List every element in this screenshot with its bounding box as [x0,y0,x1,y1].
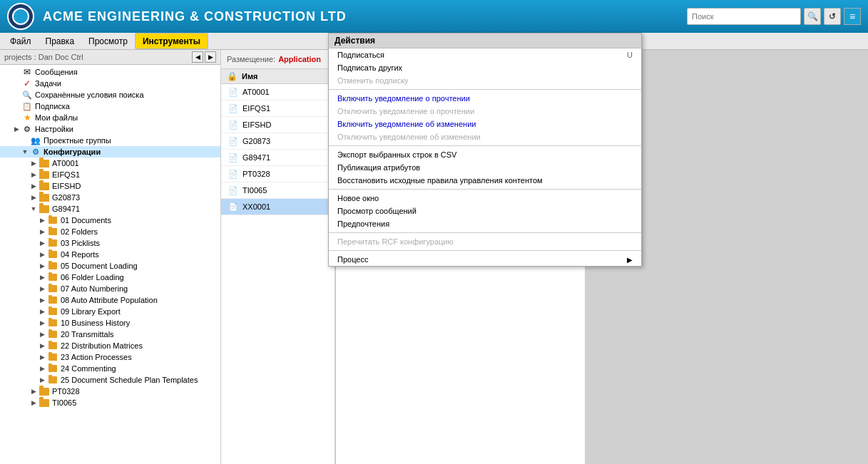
tree-item-08-attr-population[interactable]: ▶ 08 Auto Attribute Population [0,294,220,306]
subscribe-shortcut: U [627,51,633,59]
tree-item-09-library-export[interactable]: ▶ 09 Library Export [0,306,220,317]
search-area: 🔍 ↺ ≡ [687,8,861,25]
dropdown-item-process[interactable]: Процесс ▶ [329,253,641,266]
tree-item-04-reports[interactable]: ▶ 04 Reports [0,249,220,260]
doc-icon: 📄 [227,152,240,163]
tree-arrow: ▶ [29,399,39,406]
file-row-g20873[interactable]: 📄 G20873 [221,133,335,150]
tree-item-10-business-history[interactable]: ▶ 10 Business History [0,317,220,329]
saved-search-icon: 🔍 [21,90,33,100]
left-panel: projects : Dan Doc Ctrl ◀ ▶ ✉ Сообщения … [0,50,221,464]
file-row-eifshd[interactable]: 📄 EIFSHD [221,117,335,133]
tree-label: 01 Documents [61,216,111,225]
tree-item-g20873[interactable]: ▶ G20873 [0,192,220,203]
tree-item-pt0328[interactable]: ▶ PT0328 [0,386,220,397]
tree-item-messages[interactable]: ✉ Сообщения [0,66,220,78]
tree-item-myfiles[interactable]: ★ Мои файлы [0,112,220,123]
reload-rcf-label: Перечитать RCF конфигурацию [337,237,454,246]
tree-arrow: ▶ [37,354,47,361]
file-list: 📄 AT0001 📄 EIFQS1 📄 EIFSHD 📄 G20873 📄 G8… [221,84,335,464]
file-name: TI0065 [242,186,267,195]
tree-item-01-documents[interactable]: ▶ 01 Documents [0,215,220,226]
tree-arrow: ▶ [37,251,47,258]
menu-button[interactable]: ≡ [844,8,861,25]
subfolder-icon [47,329,58,339]
tree-arrow: ▶ [37,217,47,224]
collapse-btn[interactable]: ◀ [192,51,203,63]
tree-item-03-picklists[interactable]: ▶ 03 Picklists [0,237,220,249]
app-title: ACME ENGINEERING & CONSTRUCTION LTD [43,9,678,24]
tree-item-saved-search[interactable]: 🔍 Сохранённые условия поиска [0,89,220,100]
tree-item-eifqs1[interactable]: ▶ EIFQS1 [0,169,220,180]
refresh-button[interactable]: ↺ [824,8,841,25]
tree-item-g89471[interactable]: ▼ G89471 [0,203,220,215]
tree-item-23-action-processes[interactable]: ▶ 23 Action Processes [0,351,220,363]
tree-item-05-doc-loading[interactable]: ▶ 05 Document Loading [0,260,220,272]
expand-btn[interactable]: ▶ [205,51,216,63]
tree-arrow: ▶ [37,228,47,235]
tree-item-02-folders[interactable]: ▶ 02 Folders [0,226,220,237]
tree-label: G89471 [52,205,80,213]
file-row-g89471[interactable]: 📄 G89471 [221,150,335,166]
dropdown-item-subscribe-others[interactable]: Подписать других [329,61,641,74]
file-row-at0001[interactable]: 📄 AT0001 [221,84,335,100]
file-row-pt0328[interactable]: 📄 PT0328 [221,166,335,182]
tree-arrow: ▶ [29,160,39,167]
new-window-label: Новое окно [337,194,379,202]
menu-edit[interactable]: Правка [39,33,82,49]
dropdown-item-view-messages[interactable]: Просмотр сообщений [329,205,641,217]
tree-item-25-doc-schedule[interactable]: ▶ 25 Document Schedule Plan Templates [0,374,220,386]
tree-item-24-commenting[interactable]: ▶ 24 Commenting [0,363,220,374]
tree-item-eifshd[interactable]: ▶ EIFSHD [0,180,220,192]
tree-item-07-autonumbering[interactable]: ▶ 07 Auto Numbering [0,283,220,294]
tree-item-at0001[interactable]: ▶ AT0001 [0,158,220,169]
dropdown-item-restore-content-rules[interactable]: Восстановить исходные правила управления… [329,174,641,187]
dropdown-item-preferences[interactable]: Предпочтения [329,217,641,230]
tree-arrow: ▶ [37,365,47,372]
dropdown-item-enable-change-notify[interactable]: Включить уведомление об изменении [329,118,641,130]
lock-icon: 🔒 [227,71,238,81]
tree-item-settings[interactable]: ▶ ⚙ Настройки [0,123,220,135]
tree-item-configurations[interactable]: ▼ ⚙ Конфигурации [0,146,220,158]
tree-item-22-dist-matrices[interactable]: ▶ 22 Distribution Matrices [0,340,220,351]
tree-item-project-groups[interactable]: 👥 Проектные группы [0,135,220,146]
subfolder-icon [47,375,58,385]
restore-content-rules-label: Восстановить исходные правила управления… [337,176,543,185]
subfolder-icon [47,249,58,259]
file-row-ti0065[interactable]: 📄 TI0065 [221,182,335,199]
menu-file[interactable]: Файл [3,33,39,49]
tree-item-subscription[interactable]: 📋 Подписка [0,100,220,112]
tree-item-tasks[interactable]: ✓ Задачи [0,78,220,89]
subfolder-icon [47,352,58,362]
app-logo [7,3,34,30]
search-button[interactable]: 🔍 [804,8,821,25]
dropdown-item-enable-read-notify[interactable]: Включить уведомление о прочтении [329,92,641,105]
search-input[interactable] [687,8,801,25]
dropdown-item-export-csv[interactable]: Экспорт выбранных строк в CSV [329,148,641,161]
tree-label: 09 Library Export [61,307,121,316]
dropdown-item-subscribe[interactable]: Подписаться U [329,48,641,61]
tree-label: 03 Picklists [61,239,100,247]
tree-item-20-transmittals[interactable]: ▶ 20 Transmittals [0,329,220,340]
file-row-eifqs1[interactable]: 📄 EIFQS1 [221,100,335,117]
subfolder-icon [47,306,58,316]
menu-view[interactable]: Просмотр [81,33,135,49]
file-list-header: 🔒 Имя [221,69,335,84]
subfolder-icon [47,261,58,271]
file-row-xx0001[interactable]: 📄 XX0001 [221,199,335,215]
file-name: EIFQS1 [242,104,270,113]
subfolder-icon [47,227,58,237]
tree-item-06-folder-loading[interactable]: ▶ 06 Folder Loading [0,272,220,283]
doc-icon: 📄 [227,119,240,130]
tree-arrow: ▶ [37,342,47,349]
subfolder-icon [47,341,58,351]
tree-arrow: ▶ [37,308,47,315]
enable-read-notify-label: Включить уведомление о прочтении [337,94,470,103]
breadcrumb-value: Application [278,55,321,63]
dropdown-item-new-window[interactable]: Новое окно [329,192,641,205]
tree-item-ti0065[interactable]: ▶ TI0065 [0,397,220,408]
menu-tools[interactable]: Инструменты [135,33,208,49]
tree-label: 08 Auto Attribute Population [61,296,158,304]
submenu-arrow-icon: ▶ [627,256,633,264]
dropdown-item-publish-attrs[interactable]: Публикация атрибутов [329,161,641,174]
